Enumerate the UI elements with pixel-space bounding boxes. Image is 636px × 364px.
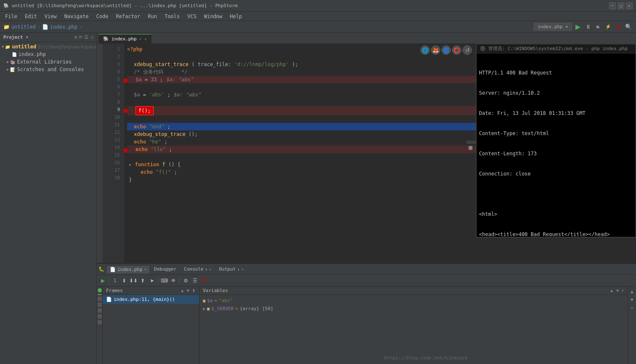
debugger-tab-label: Debugger bbox=[154, 266, 176, 272]
output-tab-close[interactable]: ✕ bbox=[241, 267, 243, 271]
var-val-a: "abs" bbox=[219, 298, 233, 303]
var-expand-server[interactable]: ▶ bbox=[203, 306, 205, 311]
php-file-icon: 📄 bbox=[12, 52, 17, 57]
step-out-button[interactable]: ⬆ bbox=[138, 276, 147, 285]
debug-tab-output[interactable]: Output ↕ ✕ bbox=[215, 265, 247, 274]
vars-side-down[interactable]: ▼ bbox=[628, 296, 636, 303]
breadcrumb-folder-icon: 📁 bbox=[3, 24, 10, 30]
close-button[interactable]: ✕ bbox=[626, 3, 633, 9]
cog-icon[interactable]: ⚙ bbox=[75, 35, 77, 40]
menu-help[interactable]: Help bbox=[226, 13, 245, 20]
debug-icon-5 bbox=[98, 320, 102, 324]
frames-export-btn[interactable]: ⬆ bbox=[192, 288, 196, 293]
menu-tools[interactable]: Tools bbox=[161, 13, 183, 20]
collapse-icon[interactable]: ◁ bbox=[90, 35, 93, 40]
term-line-4: Content-Type: text/html bbox=[479, 130, 633, 137]
coverage-button[interactable]: ☯ bbox=[594, 23, 602, 31]
debug-tab-debugger[interactable]: Debugger bbox=[150, 265, 180, 274]
sync-icon[interactable]: ⟳ bbox=[79, 35, 82, 40]
output-tab-label: Output bbox=[219, 266, 236, 272]
var-item-a[interactable]: ▣ $a = "abs" bbox=[200, 297, 628, 305]
var-item-server[interactable]: ▶ ▦ $_SERVER = {array} [50] bbox=[200, 305, 628, 313]
code-7-eq: = bbox=[143, 92, 149, 98]
restore-layout-button[interactable]: ☰ bbox=[191, 276, 199, 285]
tree-root[interactable]: ▼ 📁 untitled D:\lihongfeng\workspace\unt… bbox=[0, 43, 96, 50]
term-line-1: HTTP/1.1 400 Bad Request bbox=[479, 69, 633, 76]
menu-code[interactable]: Code bbox=[93, 13, 112, 20]
debug-area: 🐛 📄 index.php ✕ Debugger Console ↕ ✕ Out… bbox=[97, 263, 636, 364]
code-11-str: "end" bbox=[149, 124, 164, 130]
menu-window[interactable]: Window bbox=[201, 13, 226, 20]
code-3-indent: xdebug_start_trace ( trace_file: 'd://ln… bbox=[127, 61, 298, 68]
menu-file[interactable]: File bbox=[2, 13, 21, 20]
settings-icon[interactable]: ☰ bbox=[84, 35, 88, 40]
vars-side-add[interactable]: + bbox=[629, 304, 635, 311]
breakpoint-gutter bbox=[97, 44, 103, 263]
frame-item-main[interactable]: 📄 index.php:11, {main}() bbox=[103, 295, 199, 304]
step-over-button[interactable]: ⤵ bbox=[111, 276, 119, 285]
tree-arrow-root: ▼ bbox=[2, 45, 4, 49]
sidebar: Project ▾ ⚙ ⟳ ☰ ◁ ▼ 📁 untitled D:\lihong… bbox=[0, 33, 97, 364]
run-to-cursor-button[interactable]: ➤ bbox=[148, 276, 156, 285]
force-step-into-button[interactable]: ⬇⬇ bbox=[129, 276, 138, 285]
code-4-indent: /* 业务代码 */ bbox=[127, 68, 187, 76]
code-php-tag: <?php bbox=[127, 45, 142, 53]
run-config-label: index.php ▾ bbox=[534, 23, 572, 31]
tree-scratches[interactable]: ▶ 📝 Scratches and Consoles bbox=[0, 66, 96, 73]
maximize-button[interactable]: □ bbox=[617, 3, 624, 9]
editor-tab-index-php[interactable]: 🐘 index.php ✓ ✕ bbox=[98, 34, 152, 43]
search-everywhere-button[interactable]: 🔍 bbox=[624, 23, 633, 31]
tab-close-button[interactable]: ✕ bbox=[144, 37, 146, 41]
code-3-paren: ( trace_file: bbox=[192, 61, 234, 67]
opera-icon-btn[interactable]: ⭕ bbox=[452, 45, 461, 55]
step-into-button[interactable]: ⬇ bbox=[120, 276, 128, 285]
code-16-parens: () { bbox=[168, 162, 181, 167]
firefox-icon-btn[interactable]: 🦊 bbox=[431, 45, 440, 55]
breadcrumb-project[interactable]: untitled bbox=[11, 24, 36, 30]
vars-side-up[interactable]: ▲ bbox=[628, 288, 636, 295]
menu-refactor[interactable]: Refactor bbox=[112, 13, 144, 20]
profile-button[interactable]: ⚡ bbox=[604, 23, 612, 31]
debug-tab-console[interactable]: Console ↕ ✕ bbox=[180, 265, 215, 274]
stop-debug-button[interactable]: ■ bbox=[200, 276, 208, 285]
frames-down-btn[interactable]: ▼ bbox=[186, 288, 191, 293]
tree-external-libs[interactable]: ▶ 📚 External Libraries bbox=[0, 58, 96, 66]
console-tab-close[interactable]: ✕ bbox=[209, 267, 211, 271]
debug-tab-close[interactable]: ✕ bbox=[144, 267, 146, 271]
run-button[interactable]: ▶ bbox=[574, 23, 582, 31]
code-4-comment: /* 业务代码 */ bbox=[134, 69, 187, 75]
ln-6: 6 bbox=[103, 83, 120, 91]
vars-add-btn[interactable]: + bbox=[621, 288, 624, 293]
terminal-overlay: ⚫ 管理员: C:\WINDOWS\system32\cmd.exe - php… bbox=[476, 44, 636, 237]
ie-icon-btn[interactable]: 🌀 bbox=[442, 45, 451, 55]
term-line-3: Date: Fri, 13 Jul 2018 01:31:33 GMT bbox=[479, 110, 633, 117]
menu-edit[interactable]: Edit bbox=[21, 13, 40, 20]
ln-4: 4 bbox=[103, 68, 120, 76]
breadcrumb-file[interactable]: index.php bbox=[50, 24, 77, 30]
vars-up-btn[interactable]: ▲ bbox=[609, 288, 614, 293]
debug-run-button[interactable]: ⏸ bbox=[584, 23, 592, 31]
var-icon-server: ▦ bbox=[207, 306, 210, 311]
terminal-content[interactable]: HTTP/1.1 400 Bad Request Server: nginx/1… bbox=[476, 53, 636, 236]
minimize-button[interactable]: ─ bbox=[609, 3, 616, 9]
stop-button[interactable]: ■ bbox=[614, 23, 623, 31]
watch-button[interactable]: 👁 bbox=[169, 276, 178, 285]
chrome-icon-btn[interactable]: 🌐 bbox=[420, 45, 430, 55]
resume-button[interactable]: ▶ bbox=[98, 276, 107, 285]
breadcrumb-bar: 📁 untitled › 📄 index.php › index.php ▾ ▶… bbox=[0, 21, 636, 33]
variables-title: Variables bbox=[203, 288, 228, 293]
ln-7: 7 bbox=[103, 91, 120, 98]
menu-vcs[interactable]: VCS bbox=[184, 13, 200, 20]
menu-navigate[interactable]: Navigate bbox=[61, 13, 92, 20]
debug-tab-index[interactable]: 📄 index.php ✕ bbox=[106, 265, 150, 274]
menu-view[interactable]: View bbox=[41, 13, 60, 20]
frames-up-btn[interactable]: ▲ bbox=[180, 288, 185, 293]
reload-icon-btn[interactable]: ↺ bbox=[463, 45, 472, 55]
code-7-a: $a bbox=[134, 92, 140, 98]
code-7-semi: ; bbox=[168, 92, 173, 98]
settings-debug-button[interactable]: ⚙ bbox=[181, 276, 190, 285]
vars-down-btn[interactable]: ▼ bbox=[615, 288, 620, 293]
evaluate-button[interactable]: ⌨ bbox=[160, 276, 168, 285]
tree-index-php[interactable]: 📄 index.php bbox=[0, 50, 96, 58]
menu-run[interactable]: Run bbox=[144, 13, 160, 20]
